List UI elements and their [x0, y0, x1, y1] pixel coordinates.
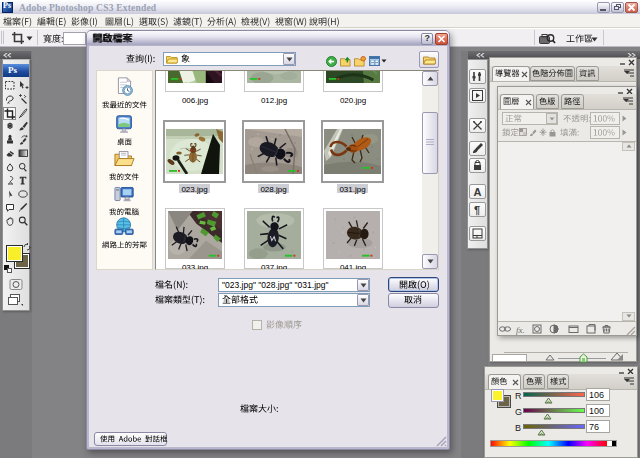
svg-text:¶: ¶	[474, 204, 480, 216]
svg-text:A: A	[474, 186, 482, 198]
svg-text:fx.: fx.	[516, 325, 525, 335]
